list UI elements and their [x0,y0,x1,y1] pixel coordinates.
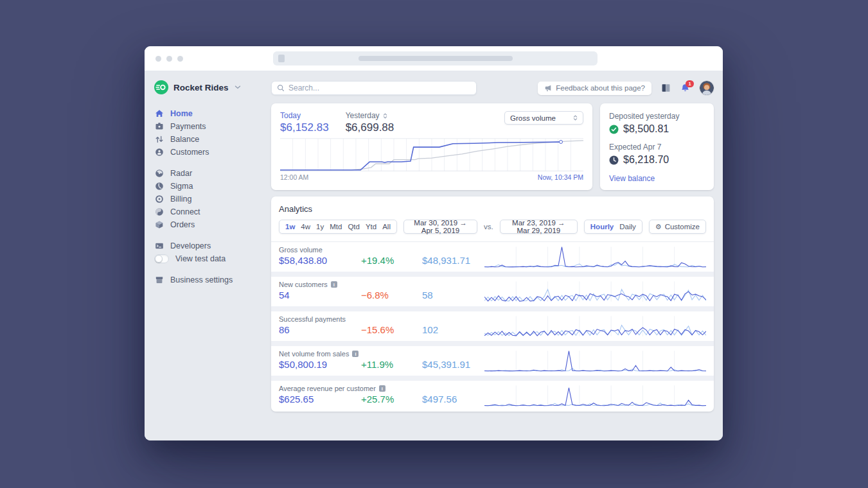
row-separator [271,341,714,346]
yesterday-label: Yesterday [346,111,380,120]
feedback-button[interactable]: Feedback about this page? [538,82,651,95]
range-option-4w[interactable]: 4w [301,223,310,231]
billing-icon [154,195,164,204]
notifications-button[interactable]: 1 [680,83,690,93]
top-right-actions: Feedback about this page? 1 [538,81,714,95]
granularity-selector: HourlyDaily [584,220,642,234]
metric-sparkline [484,350,706,372]
sidebar-item-sigma[interactable]: Sigma [154,180,270,193]
metric-row-net-volume-from-sales[interactable]: Net volume from sales i $50,800.19 +11.9… [271,346,714,376]
metric-sparkline [484,281,706,302]
metric-delta: −6.8% [361,290,422,301]
yesterday-value: $6,699.88 [346,121,394,134]
sidebar-item-label: Radar [170,169,192,178]
metric-row-successful-payments[interactable]: Successful payments i 86 −15.6% 102 [271,311,714,341]
sidebar-nav: HomePaymentsBalanceCustomersRadarSigmaBi… [154,107,270,286]
sidebar-item-view-test-data[interactable]: View test data [154,252,270,265]
info-icon[interactable]: i [352,351,359,357]
balance-icon [154,135,164,144]
overview-row: Today $6,152.83 Yesterday $6,699.88 [271,103,714,190]
customize-label: Customize [665,223,700,231]
browser-chrome [145,46,723,71]
range-option-ytd[interactable]: Ytd [366,223,376,231]
metric-current-value: $625.65 [279,394,361,405]
url-text-placeholder [359,56,513,61]
sidebar: Rocket Rides HomePaymentsBalanceCustomer… [145,71,270,440]
sidebar-item-billing[interactable]: Billing [154,193,270,205]
window-zoom-button[interactable] [177,56,183,62]
granularity-option-hourly[interactable]: Hourly [590,223,614,231]
analytics-card: Analytics 1w4w1yMtdQtdYtdAll Mar 30, 201… [271,196,714,412]
browser-window: Rocket Rides HomePaymentsBalanceCustomer… [145,46,723,440]
account-switcher[interactable]: Rocket Rides [154,80,270,94]
row-separator [271,272,714,277]
metric-row-gross-volume[interactable]: Gross volume i $58,438.80 +19.4% $48,931… [271,242,714,272]
range-option-1w[interactable]: 1w [285,223,295,231]
granularity-option-daily[interactable]: Daily [619,223,636,231]
search-box[interactable] [271,81,477,95]
check-circle-icon [609,125,619,134]
account-name: Rocket Rides [173,83,229,92]
sidebar-item-label: Sigma [170,182,193,191]
feedback-label: Feedback about this page? [556,84,645,92]
docs-button[interactable] [661,83,671,93]
payments-icon [154,122,164,131]
connect-icon [154,207,164,216]
rocket-rides-logo-icon [154,80,168,94]
metric-rows: Gross volume i $58,438.80 +19.4% $48,931… [271,241,714,410]
sidebar-item-payments[interactable]: Payments [154,120,270,133]
view-balance-link[interactable]: View balance [609,174,705,183]
range-option-qtd[interactable]: Qtd [348,223,360,231]
metric-row-average-revenue-per-customer[interactable]: Average revenue per customer i $625.65 +… [271,381,714,410]
toggle-icon[interactable] [154,254,169,263]
metric-select[interactable]: Gross volume [504,111,583,125]
sidebar-item-connect[interactable]: Connect [154,205,270,218]
sidebar-item-customers[interactable]: Customers [154,146,270,159]
primary-date-range[interactable]: Mar 30, 2019 → Apr 5, 2019 [403,220,477,234]
overview-chart [280,138,583,171]
range-selector: 1w4w1yMtdQtdYtdAll [279,220,397,234]
sidebar-item-orders[interactable]: Orders [154,218,270,231]
expected-label: Expected Apr 7 [609,143,705,152]
sidebar-item-balance[interactable]: Balance [154,133,270,146]
developers-icon [154,241,164,250]
range-option-1y[interactable]: 1y [316,223,324,231]
sigma-icon [154,182,164,191]
metric-delta: −15.6% [361,324,422,335]
range-option-mtd[interactable]: Mtd [330,223,342,231]
app-viewport: Rocket Rides HomePaymentsBalanceCustomer… [145,71,723,440]
sidebar-item-home[interactable]: Home [154,107,270,120]
sidebar-item-business-settings[interactable]: Business settings [154,274,270,286]
toggle-knob [155,255,163,263]
radar-icon [154,169,164,178]
row-separator [271,306,714,311]
sidebar-item-label: Connect [170,207,200,216]
sidebar-item-radar[interactable]: Radar [154,167,270,180]
window-minimize-button[interactable] [166,56,172,62]
metric-row-new-customers[interactable]: New customers i 54 −6.8% 58 [271,277,714,306]
info-icon[interactable]: i [379,385,385,392]
sidebar-item-label: Payments [170,122,206,131]
info-icon[interactable]: i [331,281,337,288]
sidebar-item-label: Developers [170,241,211,250]
sidebar-item-developers[interactable]: Developers [154,240,270,252]
metric-comparison-value: $497.56 [422,394,457,405]
analytics-controls: 1w4w1yMtdQtdYtdAll Mar 30, 2019 → Apr 5,… [271,220,714,234]
user-avatar[interactable] [700,81,714,95]
search-input[interactable] [288,83,476,92]
clock-icon [609,155,619,165]
comparison-date-range[interactable]: Mar 23, 2019 → Mar 29, 2019 [500,220,578,234]
search-icon [277,84,285,92]
chart-now-marker [559,140,563,144]
url-bar[interactable] [273,51,598,65]
range-option-all[interactable]: All [382,223,391,231]
sidebar-item-label: Business settings [170,275,233,284]
sidebar-item-label: Orders [170,220,195,229]
window-close-button[interactable] [155,56,161,62]
metric-label: Gross volume [279,246,323,254]
orders-icon [154,220,164,229]
comparison-toggle-icon[interactable] [383,113,387,119]
customize-button[interactable]: ⚙ Customize [649,220,706,234]
deposited-label: Deposited yesterday [609,112,705,121]
favicon-placeholder [278,55,285,62]
